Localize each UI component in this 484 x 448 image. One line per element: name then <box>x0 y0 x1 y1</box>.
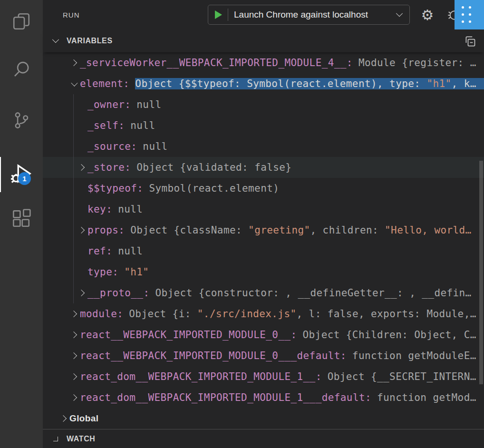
variable-value: Object {validated: false} <box>136 162 484 173</box>
variable-value: null <box>136 99 484 110</box>
variable-value: null <box>143 141 484 152</box>
variable-name: type: <box>87 266 118 278</box>
variable-name: props: <box>87 224 125 236</box>
files-icon <box>11 11 31 33</box>
twistie-icon[interactable] <box>68 345 80 366</box>
twistie-icon[interactable] <box>75 220 87 241</box>
collapse-all-icon[interactable] <box>463 34 476 48</box>
debug-toolbar: RUN Launch Chrome against localhost ⚙ <box>43 0 484 29</box>
variable-value: Object {$$typeof: Symbol(react.element),… <box>135 78 484 89</box>
variable-row[interactable]: $$typeof:Symbol(react.element) <box>43 178 484 199</box>
variable-name: react__WEBPACK_IMPORTED_MODULE_0__: <box>80 329 297 341</box>
twistie-icon[interactable] <box>68 324 80 345</box>
variable-value: Object {i: "./src/index.js", l: false, e… <box>129 308 484 320</box>
scope-row[interactable]: Global <box>43 408 484 429</box>
variable-row[interactable]: _serviceWorker__WEBPACK_IMPORTED_MODULE_… <box>43 52 484 73</box>
panel-title: RUN <box>63 0 80 29</box>
twistie-icon[interactable] <box>68 387 80 408</box>
variable-value: Object {Children: Object, C… <box>303 329 484 341</box>
variable-row[interactable]: react_dom__WEBPACK_IMPORTED_MODULE_1__:O… <box>43 366 484 387</box>
variable-name: key: <box>87 204 112 215</box>
extensions-icon <box>11 209 31 231</box>
variable-value: Object {__SECRET_INTERN… <box>328 371 484 382</box>
twistie-spacer <box>75 94 87 115</box>
variable-name: module: <box>80 308 123 320</box>
variable-name: element: <box>80 78 129 89</box>
section-title: WATCH <box>67 435 95 443</box>
twistie-icon[interactable] <box>75 282 87 303</box>
twistie-spacer <box>75 199 87 220</box>
variable-row[interactable]: _store:Object {validated: false} <box>43 157 484 178</box>
variable-name: react__WEBPACK_IMPORTED_MODULE_0___defau… <box>80 350 347 361</box>
variable-row[interactable]: __proto__:Object {constructor: , __defin… <box>43 282 484 303</box>
variable-row[interactable]: ref:null <box>43 241 484 262</box>
search-icon <box>11 59 31 81</box>
variable-value: null <box>118 245 484 257</box>
variable-name: _self: <box>87 120 125 131</box>
chevron-down-icon <box>396 10 403 17</box>
variable-row[interactable]: module:Object {i: "./src/index.js", l: f… <box>43 303 484 324</box>
active-view-indicator <box>0 157 1 192</box>
variable-name: react_dom__WEBPACK_IMPORTED_MODULE_1__: <box>80 371 322 382</box>
activity-bar: 1 <box>0 0 43 448</box>
twistie-icon[interactable] <box>68 303 80 324</box>
variable-row[interactable]: type:"h1" <box>43 262 484 282</box>
variable-row[interactable]: props:Object {className: "greeting", chi… <box>43 220 484 241</box>
variable-row[interactable]: _source:null <box>43 136 484 157</box>
variable-name: $$typeof: <box>87 183 143 194</box>
variable-row[interactable]: element:Object {$$typeof: Symbol(react.e… <box>43 73 484 94</box>
twistie-icon[interactable] <box>75 157 87 178</box>
sidebar-item-source-control[interactable] <box>11 111 32 132</box>
watch-section-header[interactable]: WATCH <box>43 429 484 448</box>
variable-name: __proto__: <box>87 287 149 299</box>
dots-grid-icon[interactable] <box>455 0 484 29</box>
variable-row[interactable]: _self:null <box>43 115 484 136</box>
section-title: VARIABLES <box>67 37 113 45</box>
twistie-spacer <box>75 136 87 157</box>
divider <box>228 9 228 21</box>
variables-section-header[interactable]: VARIABLES <box>43 29 484 52</box>
twistie-spacer <box>75 241 87 262</box>
twistie-spacer <box>75 178 87 199</box>
variable-value: null <box>118 204 484 215</box>
launch-config-dropdown[interactable]: Launch Chrome against localhost <box>208 5 410 25</box>
variable-row[interactable]: key:null <box>43 199 484 220</box>
variable-row[interactable]: react__WEBPACK_IMPORTED_MODULE_0___defau… <box>43 345 484 366</box>
twistie-icon[interactable] <box>68 73 80 94</box>
section-chevron-icon[interactable] <box>49 29 62 52</box>
variable-value: function getMod… <box>377 392 484 403</box>
run-and-debug-panel: RUN Launch Chrome against localhost ⚙ <box>43 0 484 448</box>
variable-value: function getModuleE… <box>352 350 484 361</box>
gear-icon[interactable]: ⚙ <box>420 0 435 29</box>
variable-name: _source: <box>87 141 137 152</box>
variable-value: null <box>130 120 484 131</box>
variables-rows: _serviceWorker__WEBPACK_IMPORTED_MODULE_… <box>43 52 484 429</box>
indent-guide <box>73 94 74 303</box>
variable-name: _store: <box>87 162 131 173</box>
twistie-spacer <box>75 262 87 282</box>
variable-value: "h1" <box>124 266 484 278</box>
variable-value: Module {register: … <box>358 57 484 68</box>
variable-name: react_dom__WEBPACK_IMPORTED_MODULE_1___d… <box>80 392 371 403</box>
twistie-spacer <box>75 115 87 136</box>
sidebar-item-explorer[interactable] <box>11 12 32 33</box>
variable-name: ref: <box>87 245 112 257</box>
start-debug-icon[interactable] <box>215 10 222 19</box>
sidebar-item-extensions[interactable] <box>11 209 32 230</box>
twistie-icon[interactable] <box>68 366 80 387</box>
variable-row[interactable]: _owner:null <box>43 94 484 115</box>
sidebar-item-search[interactable] <box>11 60 32 81</box>
variable-value: Symbol(react.element) <box>149 183 484 194</box>
variable-name: Global <box>69 413 99 424</box>
section-chevron-icon[interactable] <box>49 429 62 448</box>
branch-icon <box>11 110 31 132</box>
scrollbar-thumb[interactable] <box>479 161 483 384</box>
twistie-icon[interactable] <box>57 408 69 429</box>
variable-row[interactable]: react__WEBPACK_IMPORTED_MODULE_0__:Objec… <box>43 324 484 345</box>
launch-config-label: Launch Chrome against localhost <box>234 10 397 20</box>
twistie-icon[interactable] <box>68 52 80 73</box>
variable-value: Object {className: "greeting", children:… <box>130 224 484 236</box>
debug-badge: 1 <box>18 172 31 185</box>
variable-name: _owner: <box>87 99 131 110</box>
variable-row[interactable]: react_dom__WEBPACK_IMPORTED_MODULE_1___d… <box>43 387 484 408</box>
